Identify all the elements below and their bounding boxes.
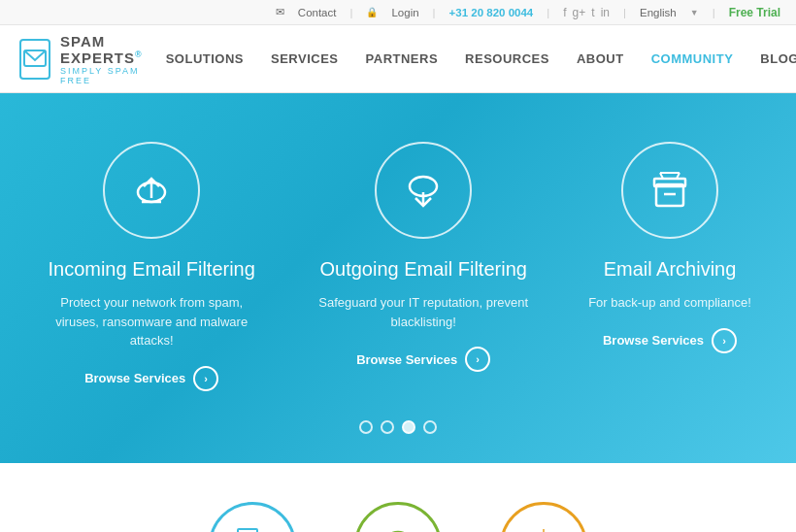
nav-about[interactable]: ABOUT <box>563 25 638 93</box>
bottom-card-1 <box>209 502 296 533</box>
incoming-desc: Protect your network from spam, viruses,… <box>45 293 258 350</box>
bottom-icon-1 <box>209 502 296 533</box>
nav-partners[interactable]: PARTNERS <box>352 25 452 93</box>
svg-rect-7 <box>654 179 685 186</box>
hero-card-archiving: Email Archiving For back-up and complian… <box>588 142 751 391</box>
archiving-browse-label: Browse Services <box>603 333 704 348</box>
nav-resources[interactable]: RESOURCES <box>451 25 563 93</box>
brand-tagline: SIMPLY SPAM FREE <box>60 66 152 85</box>
nav-solutions[interactable]: SOLUTIONS <box>152 25 257 93</box>
cloud-download-icon <box>398 165 448 216</box>
chevron-down-icon: ▼ <box>690 8 699 17</box>
archiving-title: Email Archiving <box>588 256 751 282</box>
bottom-icon-2: $ <box>354 502 442 533</box>
language-selector[interactable]: English <box>640 7 677 18</box>
bottom-card-2: $ <box>354 502 442 533</box>
incoming-icon-circle <box>103 142 200 239</box>
user-data-icon <box>230 523 275 533</box>
nav-blog[interactable]: BLOG <box>746 25 796 93</box>
incoming-title: Incoming Email Filtering <box>45 256 258 282</box>
navbar: SPAM EXPERTS® SIMPLY SPAM FREE SOLUTIONS… <box>0 25 796 93</box>
logo-text: SPAM EXPERTS® SIMPLY SPAM FREE <box>60 33 152 85</box>
lock-icon: 🔒 <box>366 7 378 17</box>
archiving-desc: For back-up and compliance! <box>588 293 751 313</box>
outgoing-title: Outgoing Email Filtering <box>316 256 530 282</box>
dot-2[interactable] <box>381 420 394 434</box>
incoming-browse-label: Browse Services <box>84 371 185 385</box>
cloud-upload-icon <box>126 165 177 216</box>
outgoing-browse-label: Browse Services <box>356 352 457 367</box>
outgoing-desc: Safeguard your IT reputation, prevent bl… <box>316 293 530 331</box>
login-link[interactable]: Login <box>391 7 418 18</box>
nav-links: SOLUTIONS SERVICES PARTNERS RESOURCES AB… <box>152 25 796 93</box>
incoming-browse-btn[interactable]: Browse Services › <box>84 366 218 391</box>
twitter-icon[interactable]: t <box>591 6 594 19</box>
free-trial-link[interactable]: Free Trial <box>729 6 780 19</box>
hero-cards: Incoming Email Filtering Protect your ne… <box>19 142 777 391</box>
archiving-browse-btn[interactable]: Browse Services › <box>603 328 737 353</box>
facebook-icon[interactable]: f <box>563 6 566 19</box>
hero-card-incoming: Incoming Email Filtering Protect your ne… <box>45 142 258 391</box>
brand-name: SPAM EXPERTS® <box>60 33 152 66</box>
svg-rect-12 <box>238 529 257 533</box>
divider: | <box>349 7 352 18</box>
logo[interactable]: SPAM EXPERTS® SIMPLY SPAM FREE <box>19 33 152 85</box>
browse-arrow-icon3: › <box>712 328 737 353</box>
outgoing-icon-circle <box>375 142 472 239</box>
nav-community[interactable]: COMMUNITY <box>638 25 747 93</box>
divider5: | <box>713 7 715 18</box>
archive-box-icon <box>645 165 695 216</box>
top-bar: ✉ Contact | 🔒 Login | +31 20 820 0044 | … <box>0 0 796 25</box>
dot-4[interactable] <box>423 420 437 434</box>
logo-icon <box>19 39 50 80</box>
contact-link[interactable]: Contact <box>298 7 337 18</box>
divider3: | <box>547 7 549 18</box>
brand-sup: ® <box>135 50 143 59</box>
archiving-icon-circle <box>621 142 718 239</box>
bottom-section: $ <box>0 463 796 533</box>
dot-3[interactable] <box>402 420 415 434</box>
logo-svg <box>21 46 49 73</box>
hero-dots <box>19 420 777 434</box>
envelope-icon: ✉ <box>276 6 284 18</box>
bottom-card-3 <box>500 502 587 533</box>
globe-protection-icon <box>521 523 566 533</box>
hero-card-outgoing: Outgoing Email Filtering Safeguard your … <box>316 142 530 391</box>
divider4: | <box>623 7 626 18</box>
no-spam-icon: $ <box>376 523 420 533</box>
browse-arrow-icon2: › <box>465 347 490 372</box>
divider2: | <box>433 7 436 18</box>
browse-arrow-icon: › <box>193 366 218 391</box>
phone-number: +31 20 820 0044 <box>449 7 534 18</box>
dot-1[interactable] <box>359 420 373 434</box>
bottom-icon-3 <box>500 502 587 533</box>
linkedin-icon[interactable]: in <box>601 6 610 19</box>
googleplus-icon[interactable]: g+ <box>573 6 586 19</box>
nav-services[interactable]: SERVICES <box>257 25 352 93</box>
hero-section: Incoming Email Filtering Protect your ne… <box>0 93 796 463</box>
social-icons: f g+ t in <box>563 6 610 19</box>
outgoing-browse-btn[interactable]: Browse Services › <box>356 347 490 372</box>
